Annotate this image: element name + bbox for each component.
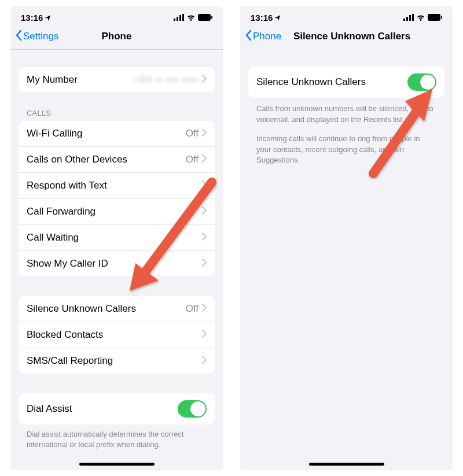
my-number-row[interactable]: My Number +94 ▪▪ ▪▪▪ ▪▪▪▪ <box>19 67 215 93</box>
wifi-icon <box>416 13 425 23</box>
dial-assist-row[interactable]: Dial Assist <box>19 393 215 425</box>
battery-icon <box>198 13 212 23</box>
chevron-right-icon <box>202 355 207 367</box>
svg-rect-4 <box>198 14 211 21</box>
row-label: Silence Unknown Callers <box>256 76 407 88</box>
phone-screen-left: 13:16 Settings Phone <box>10 6 223 470</box>
row-label: Call Forwarding <box>27 206 202 217</box>
svg-rect-3 <box>182 14 184 21</box>
silence-toggle-group: Silence Unknown Callers <box>248 67 444 98</box>
call-forwarding-row[interactable]: Call Forwarding <box>19 199 215 225</box>
svg-rect-11 <box>412 14 414 21</box>
status-bar: 13:16 <box>240 6 453 26</box>
row-label: Wi-Fi Calling <box>27 128 186 139</box>
description-1: Calls from unknown numbers will be silen… <box>256 104 436 126</box>
back-label: Settings <box>23 31 58 42</box>
call-waiting-row[interactable]: Call Waiting <box>19 225 215 251</box>
page-title: Silence Unknown Callers <box>293 31 410 42</box>
location-icon <box>45 13 52 23</box>
row-label: Blocked Contacts <box>27 329 202 341</box>
battery-icon <box>428 13 442 23</box>
svg-rect-1 <box>177 17 178 21</box>
status-bar: 13:16 <box>10 6 223 26</box>
phone-screen-right: 13:16 Phone Silence Unknown Callers <box>240 6 453 470</box>
blocked-contacts-row[interactable]: Blocked Contacts <box>19 322 215 348</box>
row-value: +94 ▪▪ ▪▪▪ ▪▪▪▪ <box>134 74 199 86</box>
status-time: 13:16 <box>21 13 43 23</box>
chevron-right-icon <box>202 258 207 270</box>
chevron-right-icon <box>202 206 207 217</box>
silence-group: Silence Unknown Callers Off Blocked Cont… <box>19 296 215 374</box>
status-time: 13:16 <box>251 13 273 23</box>
svg-rect-9 <box>406 17 408 21</box>
svg-rect-2 <box>179 15 181 21</box>
chevron-right-icon <box>202 329 207 341</box>
wifi-calling-row[interactable]: Wi-Fi Calling Off <box>19 121 215 147</box>
cellular-icon <box>403 13 414 23</box>
row-label: Calls on Other Devices <box>27 154 186 165</box>
row-label: Respond with Text <box>27 180 202 191</box>
row-label: Show My Caller ID <box>27 258 202 270</box>
home-indicator[interactable] <box>309 463 384 466</box>
silence-unknown-callers-row[interactable]: Silence Unknown Callers Off <box>19 296 215 322</box>
svg-rect-8 <box>403 19 405 21</box>
row-label: SMS/Call Reporting <box>27 355 202 367</box>
row-label: Silence Unknown Callers <box>27 303 186 315</box>
wifi-icon <box>186 13 196 23</box>
my-number-group: My Number +94 ▪▪ ▪▪▪ ▪▪▪▪ <box>19 67 215 93</box>
row-value: Off <box>186 128 199 139</box>
sms-call-reporting-row[interactable]: SMS/Call Reporting <box>19 348 215 374</box>
chevron-right-icon <box>202 74 207 86</box>
row-value: Off <box>186 154 199 165</box>
svg-rect-10 <box>409 15 411 21</box>
silence-unknown-callers-row[interactable]: Silence Unknown Callers <box>248 67 444 98</box>
svg-rect-0 <box>174 19 175 21</box>
chevron-right-icon <box>202 232 207 243</box>
home-indicator[interactable] <box>79 463 155 466</box>
content-area: My Number +94 ▪▪ ▪▪▪ ▪▪▪▪ CALLS Wi-Fi Ca… <box>10 50 223 463</box>
svg-rect-5 <box>211 16 212 19</box>
location-icon <box>275 13 282 23</box>
dial-assist-toggle[interactable] <box>178 400 207 418</box>
calls-header: CALLS <box>27 109 207 117</box>
back-label: Phone <box>253 31 281 42</box>
show-caller-id-row[interactable]: Show My Caller ID <box>19 251 215 276</box>
calls-group: Wi-Fi Calling Off Calls on Other Devices… <box>19 121 215 276</box>
dial-assist-group: Dial Assist <box>19 393 215 425</box>
cellular-icon <box>174 13 184 23</box>
chevron-right-icon <box>202 154 207 165</box>
chevron-right-icon <box>202 303 207 315</box>
nav-bar: Settings Phone <box>10 26 223 50</box>
chevron-right-icon <box>202 128 207 139</box>
row-label: Dial Assist <box>27 403 178 415</box>
nav-bar: Phone Silence Unknown Callers <box>240 26 453 49</box>
row-value: Off <box>186 303 199 315</box>
back-button[interactable]: Phone <box>245 29 281 44</box>
chevron-right-icon <box>202 180 207 191</box>
chevron-left-icon <box>15 29 22 44</box>
description-2: Incoming calls will continue to ring fro… <box>256 134 436 167</box>
content-area: Silence Unknown Callers Calls from unkno… <box>240 49 453 463</box>
dial-assist-footer: Dial assist automatically determines the… <box>27 429 207 450</box>
svg-rect-13 <box>441 16 442 19</box>
silence-unknown-callers-toggle[interactable] <box>407 73 436 91</box>
row-label: Call Waiting <box>27 232 202 243</box>
back-button[interactable]: Settings <box>15 29 58 44</box>
svg-rect-12 <box>428 14 440 21</box>
calls-other-devices-row[interactable]: Calls on Other Devices Off <box>19 147 215 173</box>
row-label: My Number <box>27 74 134 86</box>
respond-with-text-row[interactable]: Respond with Text <box>19 173 215 199</box>
chevron-left-icon <box>245 29 252 44</box>
